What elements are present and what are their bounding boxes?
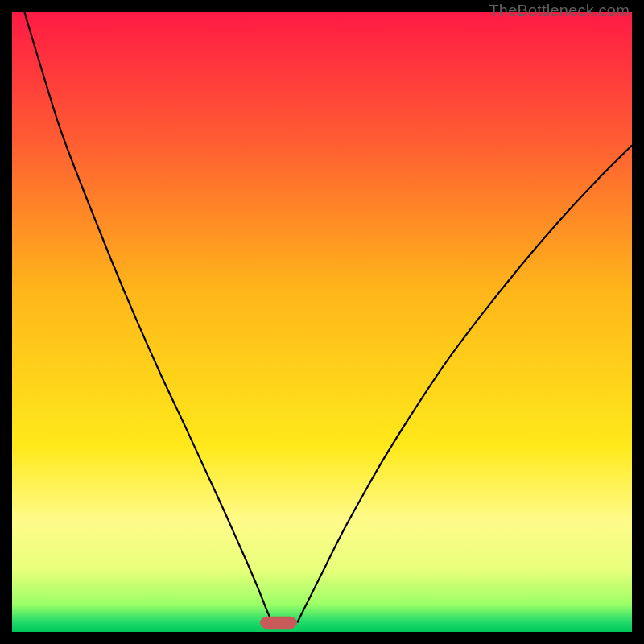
watermark-text: TheBottleneck.com bbox=[489, 2, 630, 20]
bottleneck-chart bbox=[12, 12, 632, 632]
gradient-background bbox=[12, 12, 632, 632]
bottleneck-marker bbox=[260, 617, 297, 629]
chart-frame bbox=[12, 12, 632, 632]
